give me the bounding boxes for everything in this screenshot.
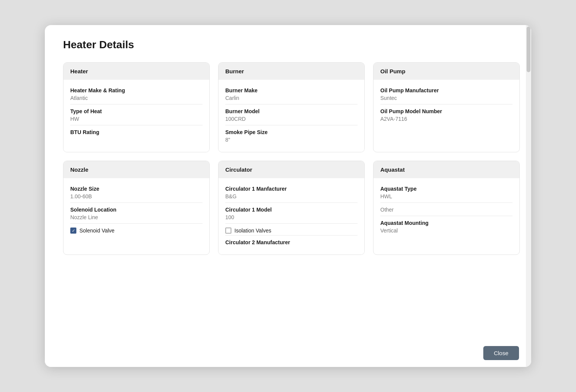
page-title: Heater Details	[63, 39, 520, 51]
cards-grid: HeaterHeater Make & RatingAtlanticType o…	[63, 62, 520, 255]
field-value: Carlin	[225, 95, 358, 103]
field-label: Aquastat Type	[380, 186, 513, 192]
field: Aquastat MountingVertical	[380, 216, 513, 237]
field-value: Atlantic	[70, 95, 203, 103]
card-header-circulator: Circulator	[218, 161, 364, 178]
field: Circulator 1 ManfacturerB&G	[225, 182, 358, 203]
field-value: Suntec	[380, 95, 513, 103]
card-header-burner: Burner	[218, 63, 364, 80]
card-body-burner: Burner MakeCarlinBurner Model100CRDSmoke…	[218, 80, 364, 152]
checkbox-label: Isolation Valves	[234, 228, 271, 234]
modal-footer: Close	[45, 341, 531, 367]
field-value: HWL	[380, 193, 513, 201]
card-header-oil-pump: Oil Pump	[373, 63, 519, 80]
card-burner: BurnerBurner MakeCarlinBurner Model100CR…	[218, 62, 365, 152]
field-value: Nozzle Line	[70, 214, 203, 222]
field-label: Burner Make	[225, 87, 358, 93]
card-body-heater: Heater Make & RatingAtlanticType of Heat…	[63, 80, 209, 152]
field: Circulator 2 Manufacturer	[225, 236, 358, 248]
field: Type of HeatHW	[70, 104, 203, 125]
field-label: Type of Heat	[70, 108, 203, 114]
field-value: 8"	[225, 137, 358, 144]
field: Smoke Pipe Size8"	[225, 125, 358, 146]
checkbox-label: Solenoid Valve	[79, 228, 114, 234]
scrollbar-thumb[interactable]	[527, 27, 530, 72]
field-label: Aquastat Mounting	[380, 220, 513, 226]
card-body-oil-pump: Oil Pump ManufacturerSuntecOil Pump Mode…	[373, 80, 519, 131]
field-value: B&G	[225, 193, 358, 201]
modal-content: Heater Details HeaterHeater Make & Ratin…	[45, 25, 531, 341]
field: Burner Model100CRD	[225, 104, 358, 125]
modal-container: Heater Details HeaterHeater Make & Ratin…	[45, 25, 531, 367]
field-value: Other	[380, 207, 513, 214]
scrollbar-track[interactable]	[526, 25, 531, 367]
field-label: Circulator 2 Manufacturer	[225, 239, 358, 245]
field-label: Oil Pump Manufacturer	[380, 87, 513, 93]
checkbox-box[interactable]	[225, 228, 231, 234]
card-nozzle: NozzleNozzle Size1.00-60BSolenoid Locati…	[63, 161, 210, 255]
field: Nozzle Size1.00-60B	[70, 182, 203, 203]
field-label: Circulator 1 Manfacturer	[225, 186, 358, 192]
field-label: Nozzle Size	[70, 186, 203, 192]
field-label: Solenoid Location	[70, 207, 203, 213]
field: Solenoid LocationNozzle Line	[70, 203, 203, 224]
checkbox-box[interactable]: ✓	[70, 228, 76, 234]
field: BTU Rating	[70, 125, 203, 146]
field-value: 100CRD	[225, 116, 358, 123]
field: Oil Pump Model NumberA2VA-7116	[380, 104, 513, 125]
field-label: Oil Pump Model Number	[380, 108, 513, 114]
card-body-nozzle: Nozzle Size1.00-60BSolenoid LocationNozz…	[63, 178, 209, 241]
checkbox-row[interactable]: Isolation Valves	[225, 224, 358, 236]
card-aquastat: AquastatAquastat TypeHWLOtherAquastat Mo…	[373, 161, 520, 255]
card-circulator: CirculatorCirculator 1 ManfacturerB&GCir…	[218, 161, 365, 255]
card-heater: HeaterHeater Make & RatingAtlanticType o…	[63, 62, 210, 152]
field-value: 1.00-60B	[70, 193, 203, 201]
card-header-nozzle: Nozzle	[63, 161, 209, 178]
card-body-aquastat: Aquastat TypeHWLOtherAquastat MountingVe…	[373, 178, 519, 243]
field-value: HW	[70, 116, 203, 123]
card-header-aquastat: Aquastat	[373, 161, 519, 178]
field-value: Vertical	[380, 228, 513, 235]
field: Burner MakeCarlin	[225, 84, 358, 104]
field-label: Smoke Pipe Size	[225, 129, 358, 135]
field: Aquastat TypeHWL	[380, 182, 513, 203]
field-empty	[70, 137, 203, 144]
field: Circulator 1 Model100	[225, 203, 358, 224]
card-oil-pump: Oil PumpOil Pump ManufacturerSuntecOil P…	[373, 62, 520, 152]
field: Oil Pump ManufacturerSuntec	[380, 84, 513, 104]
field-value: 100	[225, 214, 358, 222]
field-label: Circulator 1 Model	[225, 207, 358, 213]
field-label: Heater Make & Rating	[70, 87, 203, 93]
close-button[interactable]: Close	[483, 346, 519, 360]
field-label: BTU Rating	[70, 129, 203, 135]
checkbox-row[interactable]: ✓Solenoid Valve	[70, 224, 203, 235]
field-label: Burner Model	[225, 108, 358, 114]
card-header-heater: Heater	[63, 63, 209, 80]
card-body-circulator: Circulator 1 ManfacturerB&GCirculator 1 …	[218, 178, 364, 254]
field: Other	[380, 203, 513, 216]
field: Heater Make & RatingAtlantic	[70, 84, 203, 104]
field-value: A2VA-7116	[380, 116, 513, 123]
